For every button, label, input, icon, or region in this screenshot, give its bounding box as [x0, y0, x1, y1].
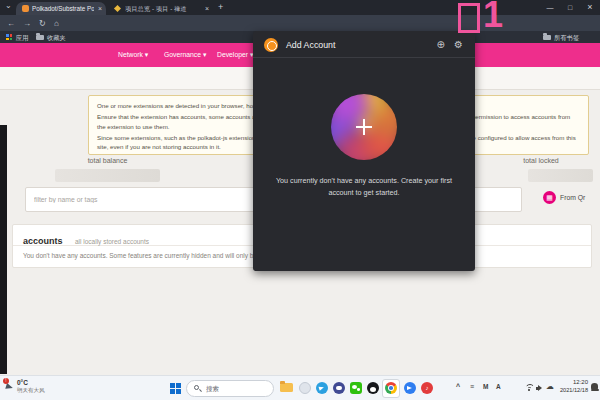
new-tab-icon[interactable]: + [218, 3, 223, 12]
wechat-icon[interactable] [350, 382, 362, 394]
menu-label: Governance [164, 51, 201, 58]
apps-grid-icon[interactable] [6, 34, 12, 40]
qq-icon[interactable] [367, 382, 379, 394]
search-input[interactable] [206, 381, 271, 396]
forward-icon[interactable]: → [23, 19, 31, 28]
all-bookmarks-label[interactable]: 所有书签 [554, 34, 579, 43]
reload-icon[interactable]: ↻ [39, 19, 46, 28]
browser-toolbar: ← → ↻ ⌂ polkadot.js.org/apps/#/accounts … [0, 15, 600, 31]
telegram-icon[interactable] [316, 382, 328, 394]
window-maximize-icon[interactable]: □ [562, 1, 578, 14]
search-icon [194, 385, 199, 390]
accounts-subtitle: all locally stored accounts [75, 238, 149, 245]
home-icon[interactable]: ⌂ [54, 19, 59, 28]
tray-expand-icon[interactable]: ^ [456, 383, 460, 390]
window-minimize-icon[interactable]: — [542, 1, 558, 14]
clock-date[interactable]: 2021/12/18 [550, 387, 588, 393]
total-locked-label: total locked [489, 157, 593, 164]
total-balance-skeleton [55, 169, 160, 182]
all-bookmarks-folder-icon [543, 35, 551, 41]
caret-down-icon: ▾ [145, 51, 148, 58]
notification-bell-icon[interactable] [591, 383, 598, 389]
bookmark-apps-label[interactable]: 应用 [16, 34, 29, 43]
settings-gear-icon[interactable]: ⚙ [454, 39, 463, 50]
add-account-icon[interactable]: ⊕ [437, 39, 445, 50]
bookmark-favorites-label[interactable]: 收藏夹 [47, 34, 66, 43]
window-close-icon[interactable]: × [582, 1, 598, 14]
tabs-dropdown-icon[interactable]: ⌄ [5, 2, 12, 10]
folder-icon [36, 35, 44, 41]
extension-popup: Add Account ⊕ ⚙ You currently don't have… [253, 31, 475, 271]
polkadot-logo-icon [264, 38, 278, 52]
chrome-icon[interactable] [385, 382, 397, 394]
weather-desc[interactable]: 明天有大风 [17, 387, 45, 394]
app-gray-icon[interactable] [299, 382, 311, 394]
polkadot-favicon [22, 5, 29, 12]
total-balance-label: total balance [55, 157, 160, 164]
tab-close-icon[interactable]: × [98, 5, 102, 12]
tab-close-icon[interactable]: × [205, 5, 209, 12]
menu-governance[interactable]: Governance ▾ [164, 43, 206, 67]
back-icon[interactable]: ← [7, 19, 15, 28]
annotation-highlight-box [458, 3, 480, 33]
plus-icon[interactable] [363, 119, 365, 135]
tab-strip: ⌄ Polkadot/Substrate Portal × 项目总览 - 项目 … [0, 0, 600, 15]
qr-icon[interactable]: ▦ [543, 191, 556, 204]
app-red-icon[interactable]: ♪ [421, 382, 433, 394]
menu-network[interactable]: Network ▾ [118, 43, 148, 67]
weather-temp[interactable]: 0°C [17, 379, 28, 386]
annotation-step-number: 1 [483, 0, 503, 36]
caret-down-icon: ▾ [203, 51, 206, 58]
accounts-title: accounts [23, 236, 63, 246]
taskbar-search[interactable] [186, 380, 274, 397]
volume-icon[interactable] [536, 384, 544, 392]
tray-lines-icon[interactable]: ≡ [470, 383, 474, 390]
discord-icon[interactable] [333, 382, 345, 394]
clock-time[interactable]: 12:20 [550, 379, 588, 385]
popup-title: Add Account [286, 40, 335, 50]
tab-polkadot-portal[interactable]: Polkadot/Substrate Portal × [16, 2, 106, 15]
menu-label: Network [118, 51, 143, 58]
from-qr-button[interactable]: From Qr [560, 194, 585, 201]
tab-title: 项目总览 - 项目 - 禅道 [125, 5, 197, 14]
weather-alert-badge: ! [3, 378, 9, 384]
wifi-icon[interactable] [524, 384, 534, 392]
popup-header: Add Account ⊕ ⚙ [253, 31, 475, 58]
weather-icon[interactable] [5, 383, 14, 391]
tray-app-m-icon[interactable]: M [483, 383, 488, 390]
window-edge [0, 125, 7, 374]
screen: ⌄ Polkadot/Substrate Portal × 项目总览 - 项目 … [0, 0, 600, 400]
app-blue-icon[interactable] [404, 382, 416, 394]
menu-label: Developer [217, 51, 248, 58]
tray-ime-icon[interactable]: A [496, 383, 501, 390]
popup-empty-text: You currently don't have any accounts. C… [269, 175, 459, 199]
zentao-favicon [114, 5, 121, 12]
start-button[interactable] [170, 383, 181, 394]
tab-title: Polkadot/Substrate Portal [32, 5, 94, 12]
file-explorer-icon[interactable] [280, 383, 293, 392]
taskbar: ! 0°C 明天有大风 ♪ ^ ≡ M A [0, 375, 600, 400]
menu-developer[interactable]: Developer ▾ [217, 43, 253, 67]
tab-zentao[interactable]: 项目总览 - 项目 - 禅道 × [109, 2, 213, 15]
total-locked-skeleton [528, 169, 593, 182]
